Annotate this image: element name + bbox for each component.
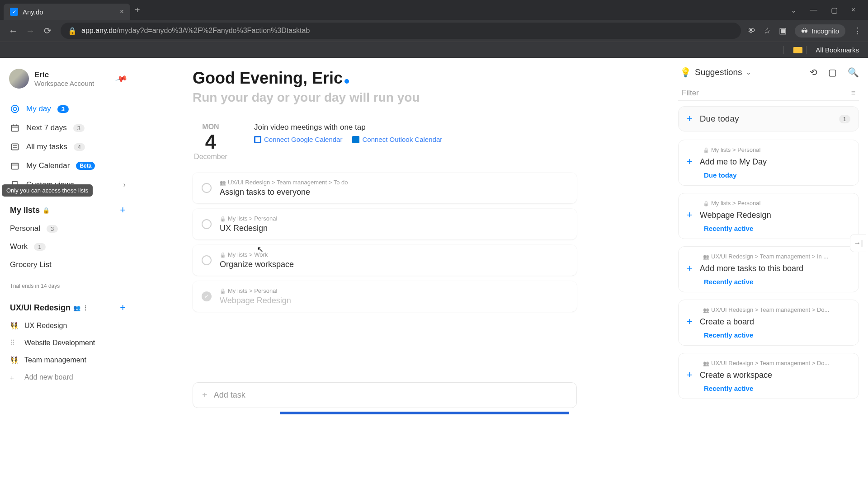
minimize-icon[interactable]: — — [810, 6, 817, 14]
sync-icon[interactable]: ⟲ — [810, 67, 817, 78]
all-bookmarks-button[interactable]: All Bookmarks — [783, 46, 859, 54]
filter-input[interactable]: Filter ≡ — [678, 86, 859, 101]
nav-all-my-tasks[interactable]: All my tasks 4 — [5, 137, 130, 156]
favicon-icon: ✓ — [10, 8, 18, 16]
add-task-input[interactable]: + Add task — [193, 382, 577, 408]
lock-icon — [220, 215, 226, 222]
lock-icon — [220, 287, 226, 294]
dot-icon — [344, 79, 349, 84]
add-board-button[interactable]: + Add new board — [5, 369, 130, 386]
suggestions-dropdown[interactable]: 💡 Suggestions ⌄ — [680, 67, 751, 78]
address-bar[interactable]: 🔒 app.any.do/myday?d=anydo%3A%2F%2Fanydo… — [61, 23, 741, 39]
connect-block: Join video meetings with one tap Connect… — [254, 123, 442, 143]
profile-workspace: Workspace Account — [34, 80, 94, 87]
task-card[interactable]: UX/UI Redesign > Team management > To do… — [193, 173, 577, 203]
date-block: MON 4 December — [193, 123, 229, 161]
nav-my-day[interactable]: My day 3 — [5, 99, 130, 118]
tagline: Run your day or your day will run you — [193, 90, 656, 105]
browser-tab[interactable]: ✓ Any.do × — [4, 4, 130, 20]
toolbar-right: 👁 ☆ ▣ 🕶 Incognito ⋮ — [747, 24, 862, 38]
board-team-mgmt[interactable]: 👯‍♀️ Team management — [5, 352, 130, 369]
count-badge: 4 — [74, 143, 85, 151]
board-icon: 👯‍♀️ — [10, 356, 19, 364]
avatar — [9, 69, 29, 89]
eye-off-icon[interactable]: 👁 — [747, 26, 755, 36]
lock-icon: 🔒 — [68, 27, 77, 35]
star-icon[interactable]: ☆ — [764, 26, 771, 36]
incognito-badge[interactable]: 🕶 Incognito — [795, 24, 845, 38]
profile[interactable]: Eric Workspace Account 📌 — [5, 67, 130, 90]
section-my-lists: Only you can access these lists My lists… — [5, 201, 130, 220]
menu-icon[interactable]: ⋮ — [854, 26, 862, 36]
suggestion-item[interactable]: My lists > Personal +Add me to My Day Du… — [678, 140, 859, 186]
suggestion-group-due-today[interactable]: + Due today 1 — [678, 106, 859, 131]
people-icon — [220, 179, 226, 186]
count-badge: 3 — [47, 225, 58, 233]
browser-chrome: ✓ Any.do × + ⌄ — ▢ × ← → ⟳ 🔒 app.any.do/… — [0, 0, 868, 58]
sidebar: Eric Workspace Account 📌 My day 3 Next 7… — [0, 58, 136, 488]
window-controls: ⌄ — ▢ × — [791, 6, 864, 14]
collapse-right-panel[interactable]: →| — [850, 234, 866, 252]
calendar-week-icon — [10, 123, 20, 133]
plus-icon[interactable]: + — [687, 263, 693, 274]
close-tab-icon[interactable]: × — [120, 8, 124, 16]
chevron-down-icon[interactable]: ⌄ — [791, 6, 797, 14]
plus-icon[interactable]: + — [687, 113, 693, 125]
suggestion-item[interactable]: UX/UI Redesign > Team management > Do...… — [678, 353, 859, 399]
list-work[interactable]: Work 1 — [5, 238, 130, 256]
search-icon[interactable]: 🔍 — [848, 67, 859, 78]
lock-icon — [220, 251, 226, 258]
more-icon[interactable]: ⋮ — [82, 304, 89, 311]
plus-icon[interactable]: + — [687, 316, 693, 328]
task-checkbox-checked[interactable] — [202, 291, 212, 301]
profile-name: Eric — [34, 70, 94, 80]
list-grocery[interactable]: Grocery List — [5, 256, 130, 274]
lock-icon — [703, 146, 709, 153]
task-checkbox[interactable] — [202, 255, 212, 265]
suggestion-item[interactable]: My lists > Personal +Webpage Redesign Re… — [678, 193, 859, 239]
pin-icon[interactable]: 📌 — [115, 72, 128, 85]
back-button[interactable]: ← — [6, 26, 20, 36]
svg-rect-2 — [12, 125, 19, 131]
tab-bar: ✓ Any.do × + ⌄ — ▢ × — [0, 0, 868, 20]
new-tab-button[interactable]: + — [135, 5, 140, 15]
square-icon[interactable]: ▢ — [828, 67, 837, 78]
task-checkbox[interactable] — [202, 219, 212, 229]
maximize-icon[interactable]: ▢ — [831, 6, 838, 14]
task-card[interactable]: My lists > Personal UX Redesign — [193, 209, 577, 239]
plus-icon: + — [202, 390, 208, 400]
lock-icon — [703, 200, 709, 206]
suggestion-item[interactable]: UX/UI Redesign > Team management > In ..… — [678, 246, 859, 292]
forward-button: → — [24, 26, 37, 36]
list-personal[interactable]: Personal 3 — [5, 220, 130, 238]
board-ux-redesign[interactable]: 👯‍♀️ UX Redesign — [5, 317, 130, 334]
count-badge: 3 — [57, 105, 69, 113]
beta-badge: Beta — [76, 162, 95, 170]
svg-point-0 — [11, 105, 19, 113]
board-website-dev[interactable]: ⠿ Website Development — [5, 334, 130, 352]
task-card-completed[interactable]: My lists > Personal Webpage Redesign — [193, 281, 577, 312]
section-project[interactable]: UX/UI Redesign 👥 ⋮ + — [5, 298, 130, 317]
target-icon — [10, 104, 20, 114]
count-badge: 1 — [34, 243, 45, 251]
close-window-icon[interactable]: × — [851, 6, 855, 14]
panel-icon[interactable]: ▣ — [779, 26, 787, 36]
task-list: UX/UI Redesign > Team management > To do… — [193, 173, 656, 312]
connect-google-button[interactable]: Connect Google Calendar — [254, 136, 342, 143]
plus-icon[interactable]: + — [687, 156, 693, 168]
incognito-icon: 🕶 — [801, 27, 808, 35]
nav-my-calendar[interactable]: My Calendar Beta — [5, 156, 130, 175]
people-icon — [703, 306, 709, 313]
task-checkbox[interactable] — [202, 183, 212, 193]
plus-icon[interactable]: + — [687, 209, 693, 221]
add-project-item[interactable]: + — [120, 302, 126, 314]
task-card[interactable]: My lists > Work Organize workspace — [193, 245, 577, 276]
people-icon — [703, 253, 709, 260]
nav-next-7-days[interactable]: Next 7 days 3 — [5, 118, 130, 137]
plus-icon[interactable]: + — [687, 369, 693, 381]
suggestion-item[interactable]: UX/UI Redesign > Team management > Do...… — [678, 300, 859, 346]
reload-button[interactable]: ⟳ — [41, 25, 54, 36]
bottom-banner[interactable] — [280, 412, 569, 414]
connect-outlook-button[interactable]: Connect Outlook Calendar — [352, 136, 442, 143]
add-list-button[interactable]: + — [120, 204, 126, 216]
